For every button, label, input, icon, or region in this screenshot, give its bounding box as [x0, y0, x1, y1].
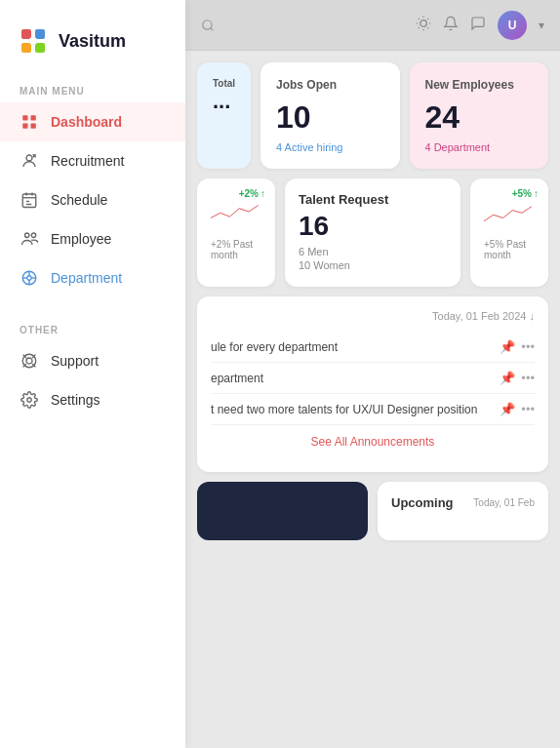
dots-icon-2[interactable]: ••• — [521, 371, 535, 385]
schedule-label: Schedule — [51, 192, 107, 208]
brightness-icon[interactable] — [416, 16, 431, 35]
employee-icon — [20, 229, 39, 249]
svg-line-42 — [419, 18, 420, 19]
right-past-month: +5% Past month — [484, 239, 535, 260]
settings-icon — [20, 390, 39, 410]
search-bar[interactable] — [201, 19, 215, 32]
svg-point-31 — [26, 358, 32, 364]
svg-point-22 — [25, 233, 30, 238]
announce-actions-1: 📌 ••• — [500, 339, 535, 354]
dots-icon-1[interactable]: ••• — [521, 339, 535, 354]
new-employees-number: 24 — [425, 99, 534, 136]
recruitment-icon — [20, 151, 39, 171]
jobs-open-sub: 4 Active hiring — [276, 141, 384, 153]
announce-item-2: epartment 📌 ••• — [211, 363, 535, 394]
search-icon — [201, 19, 215, 32]
avatar-chevron[interactable]: ▾ — [539, 19, 544, 32]
announce-item-1: ule for every department 📌 ••• — [211, 332, 535, 363]
bottom-dark-title — [211, 495, 354, 507]
talent-men: 6 Men — [299, 246, 447, 257]
pin-icon-3[interactable]: 📌 — [500, 402, 515, 416]
sidebar: Vasitum MAIN MENU Dashboard Recruitment — [0, 0, 185, 748]
jobs-open-number: 10 — [276, 99, 384, 136]
svg-rect-4 — [21, 43, 31, 53]
support-icon — [20, 351, 39, 371]
svg-rect-9 — [22, 115, 27, 120]
announce-header: Today, 01 Feb 2024 ↓ — [211, 310, 535, 322]
sidebar-item-department[interactable]: Department — [0, 258, 185, 297]
dots-icon-3[interactable]: ••• — [521, 402, 535, 416]
notification-icon[interactable] — [443, 16, 459, 35]
svg-point-23 — [31, 233, 36, 238]
stat-card-new-employees: New Employees 24 4 Department — [410, 62, 549, 169]
right-badge: +5% ↑ — [512, 188, 539, 199]
announce-text-1: ule for every department — [211, 340, 500, 354]
department-icon — [20, 268, 39, 288]
svg-rect-3 — [35, 29, 45, 39]
announce-actions-2: 📌 ••• — [500, 371, 535, 385]
announce-text-2: epartment — [211, 372, 500, 385]
sidebar-item-recruitment[interactable]: Recruitment — [0, 141, 185, 180]
department-label: Department — [51, 270, 122, 286]
svg-rect-12 — [31, 124, 36, 129]
main-content: U ▾ Total ... Jobs Open 10 4 Active hiri… — [185, 0, 560, 748]
talent-number: 16 — [299, 211, 447, 242]
header-left — [201, 19, 215, 32]
svg-line-47 — [427, 18, 428, 19]
jobs-open-title: Jobs Open — [276, 78, 384, 92]
bottom-dark-card — [197, 482, 368, 540]
dashboard-label: Dashboard — [51, 114, 122, 130]
dashboard-icon — [20, 112, 39, 132]
bottom-row: Upcoming Today, 01 Feb — [197, 482, 548, 540]
svg-line-46 — [419, 27, 420, 28]
mini-card-right: +5% ↑ +5% Past month — [470, 178, 548, 287]
talent-card: Talent Request 16 6 Men 10 Women — [285, 178, 460, 287]
settings-label: Settings — [51, 392, 100, 408]
svg-line-38 — [211, 27, 214, 30]
left-badge: +2% ↑ — [239, 188, 265, 199]
svg-point-39 — [420, 20, 427, 26]
pin-icon-2[interactable]: 📌 — [500, 371, 515, 385]
mini-card-left: +2% ↑ +2% Past month — [197, 178, 275, 287]
svg-rect-16 — [22, 194, 36, 208]
left-past-month: +2% Past month — [211, 239, 261, 260]
header-right: U ▾ — [416, 11, 544, 40]
message-icon[interactable] — [470, 16, 486, 35]
sidebar-item-support[interactable]: Support — [0, 341, 185, 380]
support-label: Support — [51, 353, 99, 369]
svg-point-37 — [203, 20, 212, 28]
header: U ▾ — [185, 0, 560, 51]
talent-title: Talent Request — [299, 192, 447, 207]
svg-rect-10 — [31, 115, 36, 120]
new-employees-title: New Employees — [425, 78, 534, 92]
see-all-button[interactable]: See All Announcements — [211, 425, 535, 458]
svg-point-25 — [27, 276, 32, 281]
announcements-card: Today, 01 Feb 2024 ↓ ule for every depar… — [197, 296, 548, 472]
bottom-upcoming-card: Upcoming Today, 01 Feb — [378, 482, 548, 540]
sidebar-item-dashboard[interactable]: Dashboard — [0, 102, 185, 141]
pin-icon-1[interactable]: 📌 — [500, 339, 515, 354]
stats-row: Total ... Jobs Open 10 4 Active hiring N… — [197, 62, 548, 169]
svg-rect-11 — [22, 124, 27, 129]
sidebar-item-employee[interactable]: Employee — [0, 219, 185, 258]
svg-point-36 — [27, 398, 32, 403]
middle-row: +2% ↑ +2% Past month Talent Request 16 6… — [197, 178, 548, 287]
svg-rect-5 — [35, 43, 45, 53]
logo-area: Vasitum — [0, 16, 185, 74]
svg-point-13 — [26, 155, 32, 161]
stat-card-total: Total ... — [197, 62, 251, 169]
sidebar-item-settings[interactable]: Settings — [0, 380, 185, 419]
new-employees-sub: 4 Department — [425, 141, 534, 153]
svg-point-8 — [29, 37, 37, 45]
upcoming-date: Today, 01 Feb — [473, 497, 535, 508]
dashboard-body: Total ... Jobs Open 10 4 Active hiring N… — [185, 51, 560, 748]
stat-card-jobs: Jobs Open 10 4 Active hiring — [260, 62, 400, 169]
sidebar-item-schedule[interactable]: Schedule — [0, 180, 185, 219]
avatar[interactable]: U — [498, 11, 527, 40]
announce-date: Today, 01 Feb 2024 ↓ — [432, 310, 535, 322]
announce-actions-3: 📌 ••• — [500, 402, 535, 416]
logo-text: Vasitum — [59, 31, 126, 52]
recruitment-label: Recruitment — [51, 153, 124, 169]
other-label: OTHER — [0, 313, 185, 341]
announce-text-3: t need two more talents for UX/UI Design… — [211, 403, 500, 416]
